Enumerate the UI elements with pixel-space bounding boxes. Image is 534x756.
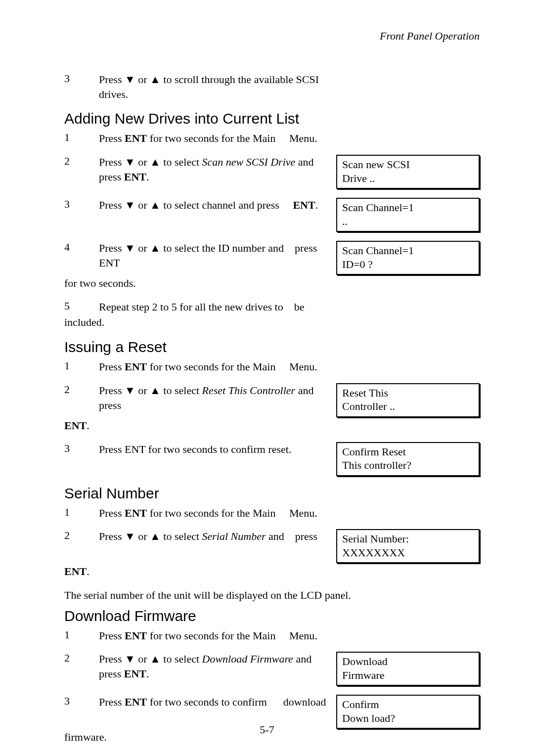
step-number: 3: [64, 72, 99, 85]
lcd-line: Scan Channel=1: [342, 201, 474, 215]
lcd-display: Scan new SCSI Drive ..: [336, 155, 480, 189]
text-fragment: Press: [99, 132, 125, 144]
lcd-display: Reset This Controller ..: [336, 383, 480, 417]
page-number: 5-7: [0, 723, 534, 736]
reset-step-2: 2 Press ▼ or ▲ to select Reset This Cont…: [64, 383, 480, 417]
adding-step-4: 4 Press ▼ or ▲ to select the ID number a…: [64, 241, 480, 275]
italic-text: Download Firmware: [202, 653, 293, 665]
step-text: Press ▼ or ▲ to select channel and press…: [99, 198, 336, 213]
reset-step-2-cont: ENT.: [64, 418, 480, 433]
text-fragment: Press: [99, 629, 125, 642]
text-fragment: .: [87, 565, 89, 578]
step-text: Press ENT for two seconds for the Main M…: [99, 359, 336, 374]
ent-label: ENT: [125, 132, 147, 144]
ent-label: ENT: [293, 199, 315, 211]
ent-label: ENT: [125, 507, 147, 519]
lcd-line: Firmware: [342, 668, 474, 682]
lcd-line: Confirm: [342, 698, 474, 712]
text-fragment: Press: [99, 507, 125, 519]
adding-step-5: 5 Repeat step 2 to 5 for all the new dri…: [64, 300, 480, 314]
italic-text: Reset This Controller: [202, 384, 296, 397]
step-text: Press ENT for two seconds to confirm res…: [99, 442, 336, 457]
lcd-display: Scan Channel=1 ID=0 ?: [336, 241, 480, 275]
lcd-line: Scan Channel=1: [342, 244, 474, 258]
step-text: Press ENT for two seconds for the Main M…: [99, 506, 336, 521]
step-number: 1: [64, 359, 99, 372]
step-text: Press ▼ or ▲ to select Download Firmware…: [99, 652, 336, 681]
text-fragment: for two seconds to confirm: [147, 696, 267, 708]
step-number: 2: [64, 652, 99, 665]
running-header: Front Panel Operation: [64, 30, 480, 43]
ent-label: ENT: [124, 667, 146, 680]
text-fragment: for two seconds for the Main: [147, 132, 275, 144]
lcd-line: ..: [342, 215, 474, 228]
serial-step-2-cont: ENT.: [64, 564, 480, 579]
step-number: 3: [64, 695, 99, 708]
download-step-2: 2 Press ▼ or ▲ to select Download Firmwa…: [64, 652, 480, 686]
lcd-display: Download Firmware: [336, 652, 480, 686]
section-title-adding: Adding New Drives into Current List: [64, 110, 480, 127]
text-fragment: Press: [99, 360, 125, 373]
text-fragment: press: [295, 530, 317, 542]
lcd-line: Confirm Reset: [342, 445, 474, 459]
step-text: Press ▼ or ▲ to select Reset This Contro…: [99, 383, 336, 412]
text-fragment: Menu.: [289, 507, 317, 519]
section-title-reset: Issuing a Reset: [64, 339, 480, 356]
text-fragment: Press ▼ or ▲ to select the ID number and: [99, 242, 284, 254]
lcd-display: Serial Number: XXXXXXXX: [336, 529, 480, 563]
adding-step-4-cont: for two seconds.: [64, 276, 480, 291]
text-fragment: Press ▼ or ▲ to select: [99, 384, 202, 397]
ent-label: ENT: [125, 360, 147, 373]
text-fragment: Menu.: [289, 132, 317, 144]
serial-step-1: 1 Press ENT for two seconds for the Main…: [64, 506, 480, 521]
intro-step-3: 3 Press ▼ or ▲ to scroll through the ava…: [64, 72, 480, 101]
reset-step-1: 1 Press ENT for two seconds for the Main…: [64, 359, 480, 374]
step-text: Press ▼ or ▲ to select Scan new SCSI Dri…: [99, 155, 336, 184]
text-fragment: for two seconds for the Main: [147, 507, 275, 519]
step-number: 1: [64, 506, 99, 519]
italic-text: Serial Number: [202, 530, 266, 542]
download-step-1: 1 Press ENT for two seconds for the Main…: [64, 628, 480, 643]
text-fragment: Press: [99, 696, 125, 708]
lcd-line: ID=0 ?: [342, 258, 474, 271]
ent-label: ENT: [125, 696, 147, 708]
text-fragment: Press ▼ or ▲ to select: [99, 653, 202, 665]
reset-step-3: 3 Press ENT for two seconds to confirm r…: [64, 442, 480, 476]
step-number: 3: [64, 198, 99, 211]
text-fragment: Press ▼ or ▲ to select channel and press: [99, 199, 279, 211]
lcd-line: XXXXXXXX: [342, 546, 474, 560]
lcd-line: Controller ..: [342, 400, 474, 413]
ent-label: ENT: [64, 419, 87, 432]
step-number: 2: [64, 383, 99, 396]
section-title-download: Download Firmware: [64, 608, 480, 624]
step-text: Press ▼ or ▲ to select Serial Number and…: [99, 529, 336, 544]
lcd-line: Serial Number:: [342, 532, 474, 546]
step-text: Press ENT for two seconds to confirm dow…: [99, 695, 336, 710]
step-text: Press ENT for two seconds for the Main M…: [99, 131, 336, 146]
lcd-line: Download: [342, 655, 474, 668]
step-text: Repeat step 2 to 5 for all the new drive…: [99, 300, 336, 314]
step-number: 2: [64, 155, 99, 168]
step-number: 1: [64, 131, 99, 144]
text-fragment: Repeat step 2 to 5 for all the new drive…: [99, 301, 283, 313]
text-fragment: Press ▼ or ▲ to select: [99, 156, 202, 168]
lcd-line: Scan new SCSI: [342, 158, 474, 172]
text-fragment: be: [294, 301, 305, 313]
adding-step-1: 1 Press ENT for two seconds for the Main…: [64, 131, 480, 146]
step-number: 5: [64, 300, 99, 312]
lcd-display: Scan Channel=1 ..: [336, 198, 480, 232]
adding-step-5-cont: included.: [64, 315, 480, 330]
text-fragment: .: [315, 199, 318, 211]
step-text: Press ▼ or ▲ to scroll through the avail…: [99, 72, 336, 101]
step-number: 2: [64, 529, 99, 542]
ent-label: ENT: [124, 171, 146, 183]
adding-step-3: 3 Press ▼ or ▲ to select channel and pre…: [64, 198, 480, 232]
step-text: Press ENT for two seconds for the Main M…: [99, 628, 336, 643]
lcd-line: Drive ..: [342, 172, 474, 185]
section-title-serial: Serial Number: [64, 485, 480, 502]
page: Front Panel Operation 3 Press ▼ or ▲ to …: [0, 0, 534, 756]
serial-note: The serial number of the unit will be di…: [64, 588, 480, 603]
text-fragment: Menu.: [289, 629, 317, 642]
italic-text: Scan new SCSI Drive: [202, 156, 296, 168]
serial-step-2: 2 Press ▼ or ▲ to select Serial Number a…: [64, 529, 480, 563]
